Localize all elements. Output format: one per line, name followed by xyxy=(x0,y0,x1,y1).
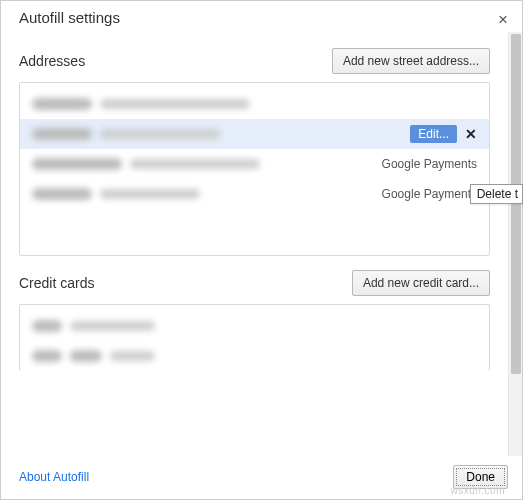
address-row[interactable]: Edit... ✕ xyxy=(20,119,489,149)
dialog-footer: About Autofill Done xyxy=(1,456,522,499)
vertical-scrollbar[interactable] xyxy=(508,32,522,456)
card-content-redacted xyxy=(32,350,477,362)
card-row[interactable] xyxy=(20,311,489,341)
address-source-label: Google Payments xyxy=(382,187,477,201)
delete-address-icon[interactable]: ✕ xyxy=(465,126,477,142)
addresses-header: Addresses Add new street address... xyxy=(19,48,490,74)
add-address-button[interactable]: Add new street address... xyxy=(332,48,490,74)
edit-button[interactable]: Edit... xyxy=(410,125,457,143)
scroll-area: Addresses Add new street address... xyxy=(1,32,522,456)
dialog-title: Autofill settings xyxy=(19,9,120,26)
address-content-redacted xyxy=(32,158,382,170)
add-card-button[interactable]: Add new credit card... xyxy=(352,270,490,296)
addresses-list: Edit... ✕ Google Payments xyxy=(19,82,490,256)
address-content-redacted xyxy=(32,98,477,110)
content: Addresses Add new street address... xyxy=(1,32,508,456)
watermark: wsxdn.com xyxy=(450,485,505,496)
dialog-header: Autofill settings × xyxy=(1,1,522,32)
address-content-redacted xyxy=(32,188,382,200)
autofill-dialog: Autofill settings × Addresses Add new st… xyxy=(0,0,523,500)
address-content-redacted xyxy=(32,128,410,140)
card-row[interactable] xyxy=(20,341,489,371)
scrollbar-thumb[interactable] xyxy=(511,34,521,374)
address-row[interactable]: Google Payments xyxy=(20,179,489,209)
delete-tooltip: Delete t xyxy=(470,184,523,204)
address-source-label: Google Payments xyxy=(382,157,477,171)
address-row[interactable]: Google Payments xyxy=(20,149,489,179)
address-row[interactable] xyxy=(20,89,489,119)
addresses-title: Addresses xyxy=(19,53,85,69)
cards-title: Credit cards xyxy=(19,275,94,291)
about-autofill-link[interactable]: About Autofill xyxy=(19,470,89,484)
cards-header: Credit cards Add new credit card... xyxy=(19,270,490,296)
card-content-redacted xyxy=(32,320,477,332)
close-icon[interactable]: × xyxy=(494,9,512,30)
cards-list xyxy=(19,304,490,371)
